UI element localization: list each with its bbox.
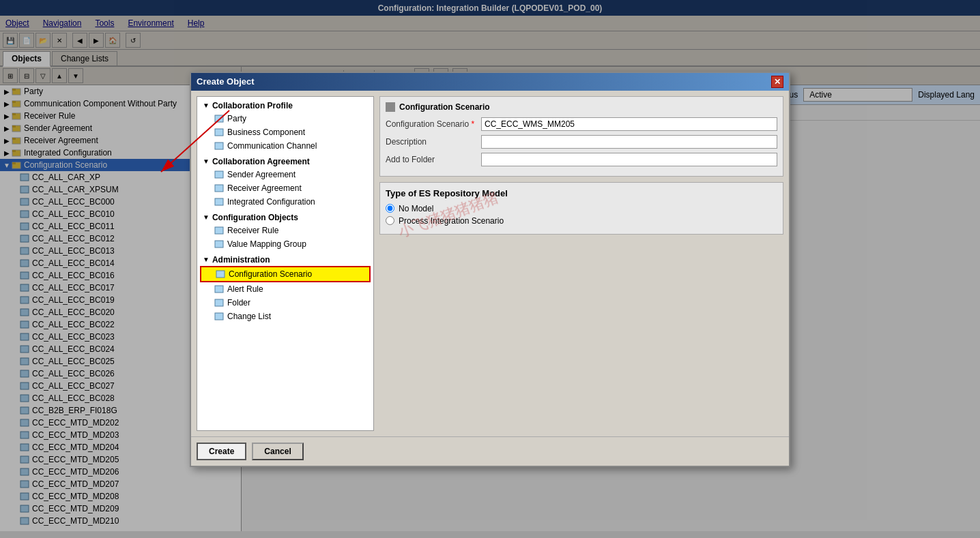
dialog-item-3-3[interactable]: Change List — [200, 310, 371, 323]
dialog-item-icon-3-1 — [214, 284, 225, 295]
dialog-item-icon-0-0 — [214, 113, 225, 124]
dialog-item-3-2[interactable]: Folder — [200, 296, 371, 310]
dialog-title: Create Object — [197, 76, 255, 87]
dialog-item-1-0[interactable]: Sender Agreement — [200, 168, 371, 181]
dialog-item-icon-0-1 — [214, 127, 225, 138]
form-row-scenario: Configuration Scenario * — [386, 117, 777, 131]
svg-rect-47 — [215, 185, 223, 192]
dialog-section-header-1[interactable]: ▼Collaboration Agreement — [200, 155, 371, 168]
form-row-description: Description — [386, 135, 777, 149]
dialog-item-0-0[interactable]: Party — [200, 112, 371, 125]
form-input-folder[interactable] — [481, 153, 777, 166]
form-label-description: Description — [386, 137, 481, 147]
dialog-item-2-1[interactable]: Value Mapping Group — [200, 237, 371, 251]
dialog-right-form: Configuration Scenario Configuration Sce… — [379, 96, 783, 431]
svg-rect-54 — [215, 313, 223, 320]
dialog-item-icon-2-1 — [214, 239, 225, 250]
radio-process-integration[interactable] — [386, 216, 394, 225]
svg-rect-53 — [215, 299, 223, 306]
dialog-item-1-2[interactable]: Integrated Configuration — [200, 195, 371, 209]
radio-no-model[interactable] — [386, 204, 394, 213]
dialog-item-label-0-2: Communication Channel — [227, 141, 317, 151]
form-row-folder: Add to Folder — [386, 153, 777, 166]
radio-row-no-model: No Model — [386, 204, 777, 213]
dialog-section-header-3[interactable]: ▼Administration — [200, 254, 371, 266]
dialog-item-label-1-0: Sender Agreement — [227, 170, 296, 179]
form-section-config-scenario: Configuration Scenario Configuration Sce… — [379, 96, 783, 177]
dialog-item-label-1-1: Receiver Agreement — [227, 183, 302, 193]
dialog-item-icon-0-2 — [214, 140, 225, 151]
es-section-title: Type of ES Repository Model — [386, 188, 777, 198]
dialog-close-button[interactable]: ✕ — [771, 76, 783, 88]
dialog-item-label-1-2: Integrated Configuration — [227, 197, 315, 207]
radio-process-integration-label: Process Integration Scenario — [399, 216, 504, 226]
dialog-item-icon-2-0 — [214, 225, 225, 236]
svg-rect-50 — [215, 241, 223, 248]
svg-rect-51 — [216, 271, 225, 278]
dialog-item-3-1[interactable]: Alert Rule — [200, 282, 371, 296]
dialog-section-0: ▼Collaboration ProfilePartyBusiness Comp… — [200, 100, 371, 153]
dialog-item-0-1[interactable]: Business Component — [200, 125, 371, 139]
svg-rect-46 — [215, 171, 223, 178]
arrow-area — [379, 240, 783, 431]
dialog-item-label-2-0: Receiver Rule — [227, 226, 278, 235]
dialog-item-icon-1-1 — [214, 183, 225, 194]
es-repository-section: Type of ES Repository Model No Model Pro… — [379, 182, 783, 235]
svg-rect-49 — [215, 227, 223, 234]
form-input-description[interactable] — [481, 135, 777, 149]
dialog-left-nav: ▼Collaboration ProfilePartyBusiness Comp… — [197, 96, 374, 431]
svg-rect-43 — [215, 115, 223, 122]
dialog-item-icon-1-0 — [214, 169, 225, 180]
form-section-label: Configuration Scenario — [399, 102, 490, 112]
form-label-folder: Add to Folder — [386, 155, 481, 164]
dialog-item-label-2-1: Value Mapping Group — [227, 239, 306, 249]
form-section-title: Configuration Scenario — [386, 102, 777, 112]
dialog-item-icon-3-0 — [215, 269, 226, 280]
cancel-button[interactable]: Cancel — [252, 443, 303, 460]
radio-row-process-integration: Process Integration Scenario — [386, 216, 777, 226]
dialog-body: ▼Collaboration ProfilePartyBusiness Comp… — [191, 91, 789, 436]
dialog-item-1-1[interactable]: Receiver Agreement — [200, 181, 371, 195]
form-input-scenario[interactable] — [481, 117, 777, 131]
dialog-item-3-0[interactable]: Configuration Scenario — [200, 266, 371, 282]
dialog-item-icon-3-3 — [214, 311, 225, 322]
svg-rect-48 — [215, 198, 223, 205]
dialog-footer: Create Cancel — [191, 436, 789, 466]
dialog-section-1: ▼Collaboration AgreementSender Agreement… — [200, 155, 371, 209]
dialog-item-icon-1-2 — [214, 196, 225, 207]
svg-rect-52 — [215, 286, 223, 293]
dialog-item-label-3-3: Change List — [227, 312, 271, 321]
modal-overlay: Create Object ✕ ▼Collaboration ProfilePa… — [0, 0, 980, 538]
dialog-section-header-0[interactable]: ▼Collaboration Profile — [200, 100, 371, 112]
dialog-item-label-0-1: Business Component — [227, 128, 305, 137]
dialog-item-0-2[interactable]: Communication Channel — [200, 139, 371, 153]
radio-no-model-label: No Model — [399, 204, 433, 213]
dialog-section-2: ▼Configuration ObjectsReceiver RuleValue… — [200, 211, 371, 251]
dialog-item-2-0[interactable]: Receiver Rule — [200, 224, 371, 237]
dialog-item-icon-3-2 — [214, 297, 225, 308]
dialog-item-label-0-0: Party — [227, 114, 246, 123]
create-object-dialog: Create Object ✕ ▼Collaboration ProfilePa… — [190, 72, 790, 467]
dialog-section-3: ▼AdministrationConfiguration ScenarioAle… — [200, 254, 371, 323]
dialog-titlebar: Create Object ✕ — [191, 73, 789, 91]
svg-rect-44 — [215, 129, 223, 136]
form-label-scenario: Configuration Scenario * — [386, 119, 481, 129]
dialog-item-label-3-2: Folder — [227, 298, 250, 308]
create-button[interactable]: Create — [197, 443, 246, 460]
dialog-item-label-3-1: Alert Rule — [227, 284, 263, 294]
dialog-item-label-3-0: Configuration Scenario — [229, 269, 312, 279]
dialog-section-header-2[interactable]: ▼Configuration Objects — [200, 211, 371, 224]
svg-rect-45 — [215, 143, 223, 149]
